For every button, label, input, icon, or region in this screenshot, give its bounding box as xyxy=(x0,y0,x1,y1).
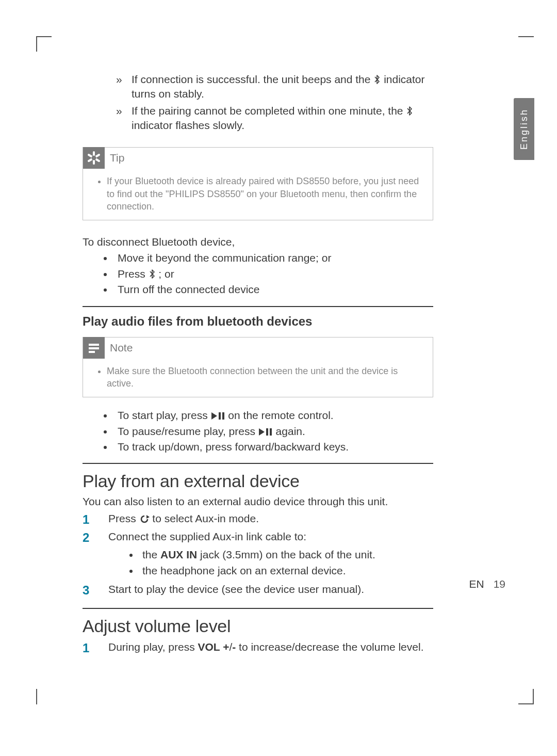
result-item: If connection is successful. the unit be… xyxy=(116,72,433,102)
external-steps-cont: 3 Start to play the device (see the devi… xyxy=(83,582,433,600)
play-pause-icon xyxy=(211,412,225,420)
step-body: Start to play the device (see the device… xyxy=(108,582,433,600)
list-item: Press ; or xyxy=(113,266,433,282)
footer-page: 19 xyxy=(494,578,505,590)
list-item: the headphone jack on an external device… xyxy=(139,563,433,578)
text-bold: AUX IN xyxy=(160,549,197,560)
text: Press xyxy=(108,512,139,524)
note-text: Make sure the Bluetooth connection betwe… xyxy=(107,365,422,390)
note-body: Make sure the Bluetooth connection betwe… xyxy=(107,365,422,390)
step-item: 3 Start to play the device (see the devi… xyxy=(83,582,433,600)
asterisk-icon xyxy=(83,147,105,169)
tip-title: Tip xyxy=(110,152,124,164)
text: ; or xyxy=(158,268,174,280)
tip-text: If your Bluetooth device is already pair… xyxy=(107,175,422,213)
play-pause-icon xyxy=(258,428,273,436)
text: to increase/decrease the volume level. xyxy=(236,641,423,653)
tip-header: Tip xyxy=(83,147,433,169)
step-number: 3 xyxy=(83,582,108,600)
svg-marker-7 xyxy=(211,412,217,420)
text: to select Aux-in mode. xyxy=(152,512,259,524)
list-item: To start play, press on the remote contr… xyxy=(113,408,433,423)
crop-mark-bl xyxy=(36,689,52,704)
text: on the remote control. xyxy=(228,409,333,421)
step-number: 1 xyxy=(83,639,108,657)
list-item: To track up/down, press forward/backward… xyxy=(113,439,433,455)
step-item: 1 Press to select Aux-in mode. xyxy=(83,511,433,529)
result-text: If connection is successful. the unit be… xyxy=(132,73,373,85)
svg-rect-4 xyxy=(89,344,99,346)
page-content: If connection is successful. the unit be… xyxy=(83,72,433,657)
crop-mark-tr xyxy=(518,36,534,52)
note-icon xyxy=(83,337,105,359)
volume-steps: 1 During play, press VOL +/- to increase… xyxy=(83,639,433,657)
text: To pause/resume play, press xyxy=(118,425,258,437)
svg-rect-8 xyxy=(219,412,221,420)
step-body: Connect the supplied Aux-in link cable t… xyxy=(108,529,433,547)
step-body: During play, press VOL +/- to increase/d… xyxy=(108,639,433,657)
bluetooth-icon xyxy=(406,106,413,116)
step-item: 2 Connect the supplied Aux-in link cable… xyxy=(83,529,433,547)
bluetooth-icon xyxy=(373,75,381,84)
svg-rect-11 xyxy=(266,428,268,436)
text: During play, press xyxy=(108,641,198,653)
external-sub: the AUX IN jack (3.5mm) on the back of t… xyxy=(139,547,433,578)
step-number: 1 xyxy=(83,511,108,529)
text: Press xyxy=(118,268,149,280)
svg-rect-12 xyxy=(270,428,272,436)
source-icon xyxy=(139,515,150,523)
step-number: 2 xyxy=(83,529,108,547)
play-bt-heading: Play audio files from bluetooth devices xyxy=(83,306,433,329)
disconnect-heading: To disconnect Bluetooth device, xyxy=(83,236,433,248)
step-body: Press to select Aux-in mode. xyxy=(108,511,433,529)
svg-rect-5 xyxy=(89,347,99,349)
list-item: Turn off the connected device xyxy=(113,282,433,297)
list-item: Move it beyond the communication range; … xyxy=(113,250,433,266)
disconnect-list: Move it beyond the communication range; … xyxy=(113,250,433,297)
footer-lang: EN xyxy=(469,578,484,590)
svg-rect-9 xyxy=(222,412,224,420)
note-box: Note Make sure the Bluetooth connection … xyxy=(83,337,433,398)
list-item: the AUX IN jack (3.5mm) on the back of t… xyxy=(139,547,433,562)
result-text: If the pairing cannot be completed withi… xyxy=(132,105,406,117)
svg-rect-6 xyxy=(89,351,95,353)
tip-body: If your Bluetooth device is already pair… xyxy=(107,175,422,213)
crop-mark-tl xyxy=(36,36,52,52)
svg-point-3 xyxy=(92,156,96,160)
step-item: 1 During play, press VOL +/- to increase… xyxy=(83,639,433,657)
page-footer: EN 19 xyxy=(469,578,505,590)
text: jack (3.5mm) on the back of the unit. xyxy=(197,549,375,560)
external-intro: You can also listen to an external audio… xyxy=(83,495,433,508)
note-header: Note xyxy=(83,337,433,359)
text: To start play, press xyxy=(118,409,211,421)
language-tab: English xyxy=(514,98,534,160)
volume-heading: Adjust volume level xyxy=(83,608,433,636)
svg-marker-13 xyxy=(146,515,150,519)
external-heading: Play from an external device xyxy=(83,463,433,491)
tip-box: Tip If your Bluetooth device is already … xyxy=(83,147,433,220)
text: the xyxy=(142,549,160,560)
list-item: To pause/resume play, press again. xyxy=(113,424,433,439)
note-title: Note xyxy=(110,342,133,354)
text-bold: VOL + xyxy=(198,641,230,653)
result-item: If the pairing cannot be completed withi… xyxy=(116,104,433,133)
connection-results: If connection is successful. the unit be… xyxy=(116,72,433,133)
crop-mark-br xyxy=(518,689,534,704)
language-label: English xyxy=(519,108,530,150)
svg-marker-10 xyxy=(259,428,265,436)
text: again. xyxy=(276,425,305,437)
bluetooth-icon xyxy=(149,269,156,279)
result-text: indicator flashes slowly. xyxy=(132,119,244,131)
external-steps: 1 Press to select Aux-in mode. 2 Connect… xyxy=(83,511,433,547)
play-bt-list: To start play, press on the remote contr… xyxy=(113,408,433,455)
